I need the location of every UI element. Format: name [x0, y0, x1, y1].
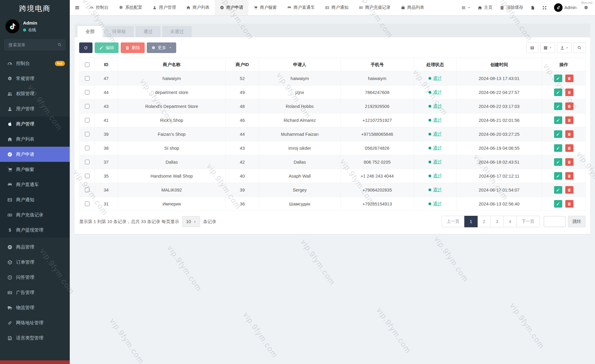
- topnav-tab-user[interactable]: 用户管理: [147, 0, 181, 15]
- sidebar-item-link[interactable]: 网络地址管理: [0, 315, 70, 330]
- sidebar-item-home[interactable]: 商户列表: [0, 132, 70, 147]
- row-checkbox[interactable]: [85, 104, 89, 109]
- sidebar-item-gauge[interactable]: 控制台 hot: [0, 56, 70, 71]
- sidebar-item-money[interactable]: 商户充值记录: [0, 207, 70, 222]
- page-button-2[interactable]: 2: [477, 216, 491, 227]
- status-link[interactable]: 通过: [429, 173, 442, 179]
- status-link[interactable]: 通过: [429, 187, 442, 193]
- topnav-tab-gauge[interactable]: 控制台: [84, 0, 114, 15]
- status-link[interactable]: 通过: [429, 89, 442, 95]
- page-jump-input[interactable]: [544, 216, 566, 227]
- sidebar-item-dollar[interactable]: 商户提现管理: [0, 222, 70, 238]
- page-jump-button[interactable]: 跳转: [568, 216, 586, 227]
- status-link[interactable]: 通过: [429, 159, 442, 165]
- filter-tab-0[interactable]: 全部: [78, 26, 103, 37]
- search-input[interactable]: [8, 42, 58, 48]
- export-button[interactable]: [557, 42, 572, 53]
- row-delete-button[interactable]: [565, 186, 573, 194]
- row-delete-button[interactable]: [565, 116, 573, 124]
- row-checkbox[interactable]: [85, 90, 89, 95]
- nav-user[interactable]: Admin: [550, 0, 580, 15]
- row-edit-button[interactable]: [554, 130, 562, 138]
- sidebar-item-apple[interactable]: 商户管理: [0, 116, 70, 132]
- topnav-tab-check-circle[interactable]: 商户申请: [215, 0, 248, 15]
- row-checkbox[interactable]: [85, 188, 89, 192]
- sidebar-item-question[interactable]: 问答管理: [0, 270, 70, 285]
- topnav-tab-car[interactable]: 商户直通车: [282, 0, 320, 15]
- page-button-3[interactable]: 3: [490, 216, 504, 227]
- row-checkbox[interactable]: [85, 160, 89, 164]
- prev-page-button[interactable]: 上一页: [442, 216, 465, 227]
- row-delete-button[interactable]: [565, 144, 573, 152]
- edit-button[interactable]: 编辑: [95, 42, 119, 53]
- more-button[interactable]: 更多: [147, 42, 176, 53]
- per-page-select[interactable]: 10: [182, 216, 200, 227]
- refresh-button[interactable]: [79, 42, 92, 53]
- sidebar-item-p-circle[interactable]: 商品管理: [0, 239, 70, 255]
- row-delete-button[interactable]: [565, 75, 573, 82]
- select-all-checkbox[interactable]: [85, 62, 89, 67]
- topnav-tab-gear[interactable]: 系统配置: [114, 0, 147, 15]
- sidebar-item-idcard[interactable]: 商户通知: [0, 192, 70, 207]
- filter-tab-2[interactable]: 通过: [136, 26, 160, 37]
- topnav-tab-bag[interactable]: 商品列表: [396, 0, 429, 15]
- sidebar-item-gear[interactable]: 常规管理: [0, 71, 70, 86]
- document-icon[interactable]: [527, 0, 539, 15]
- status-link[interactable]: 通过: [429, 117, 442, 123]
- row-edit-button[interactable]: [554, 186, 562, 194]
- sidebar-item-user[interactable]: 用户管理: [0, 101, 70, 116]
- row-delete-button[interactable]: [565, 130, 573, 138]
- row-edit-button[interactable]: [554, 144, 562, 152]
- row-delete-button[interactable]: [565, 88, 573, 96]
- row-checkbox[interactable]: [85, 146, 89, 150]
- menu-toggle-icon[interactable]: [70, 0, 84, 15]
- topnav-tab-cart[interactable]: 商户橱窗: [248, 0, 282, 15]
- sidebar-item-check-circle[interactable]: 商户申请: [0, 147, 70, 162]
- row-edit-button[interactable]: [554, 102, 562, 110]
- sidebar-item-car[interactable]: 商户直通车: [0, 177, 70, 192]
- row-edit-button[interactable]: [554, 172, 562, 180]
- status-link[interactable]: 通过: [429, 201, 442, 207]
- row-edit-button[interactable]: [554, 75, 562, 82]
- search-icon[interactable]: [58, 43, 62, 47]
- topnav-tab-idcard[interactable]: 商户通知: [320, 0, 354, 15]
- page-button-1[interactable]: 1: [464, 216, 478, 227]
- filter-tab-3[interactable]: 未通过: [162, 26, 192, 37]
- row-checkbox[interactable]: [85, 202, 89, 206]
- clear-cache-button[interactable]: 清除缓存: [496, 0, 527, 15]
- row-edit-button[interactable]: [554, 158, 562, 166]
- status-link[interactable]: 通过: [429, 103, 442, 109]
- sidebar-item-cube[interactable]: 订单管理: [0, 255, 70, 270]
- row-checkbox[interactable]: [85, 132, 89, 136]
- sidebar-item-adcard[interactable]: 广告管理: [0, 285, 70, 300]
- row-delete-button[interactable]: [565, 200, 573, 208]
- topnav-tab-money[interactable]: 商户充值记录: [354, 0, 396, 15]
- toggle-view-button[interactable]: [526, 42, 538, 53]
- row-delete-button[interactable]: [565, 102, 573, 110]
- home-button[interactable]: 主页: [474, 0, 496, 15]
- row-delete-button[interactable]: [565, 172, 573, 180]
- row-checkbox[interactable]: [85, 118, 89, 122]
- row-checkbox[interactable]: [85, 76, 89, 81]
- row-edit-button[interactable]: [554, 116, 562, 124]
- row-delete-button[interactable]: [565, 158, 573, 166]
- delete-button[interactable]: 删除: [121, 42, 145, 53]
- columns-button[interactable]: [540, 42, 555, 53]
- status-link[interactable]: 通过: [429, 131, 442, 137]
- sidebar-item-truck[interactable]: 物流管理: [0, 300, 70, 315]
- row-checkbox[interactable]: [85, 174, 89, 178]
- status-link[interactable]: 通过: [429, 75, 442, 81]
- status-link[interactable]: 通过: [429, 145, 442, 151]
- filter-tab-1[interactable]: 待审核: [104, 26, 134, 37]
- table-search-button[interactable]: [573, 42, 586, 53]
- fullscreen-icon[interactable]: [539, 0, 550, 15]
- sidebar-item-cart[interactable]: 商户橱窗: [0, 162, 70, 177]
- sidebar-item-users[interactable]: 权限管理: [0, 86, 70, 101]
- nav-list-dropdown[interactable]: [458, 0, 474, 15]
- page-button-4[interactable]: 4: [503, 216, 517, 227]
- topnav-tab-home[interactable]: 商户列表: [181, 0, 215, 15]
- row-edit-button[interactable]: [554, 200, 562, 208]
- sidebar-item-language[interactable]: 语言类型管理: [0, 330, 70, 346]
- next-page-button[interactable]: 下一页: [516, 216, 540, 227]
- row-edit-button[interactable]: [554, 88, 562, 96]
